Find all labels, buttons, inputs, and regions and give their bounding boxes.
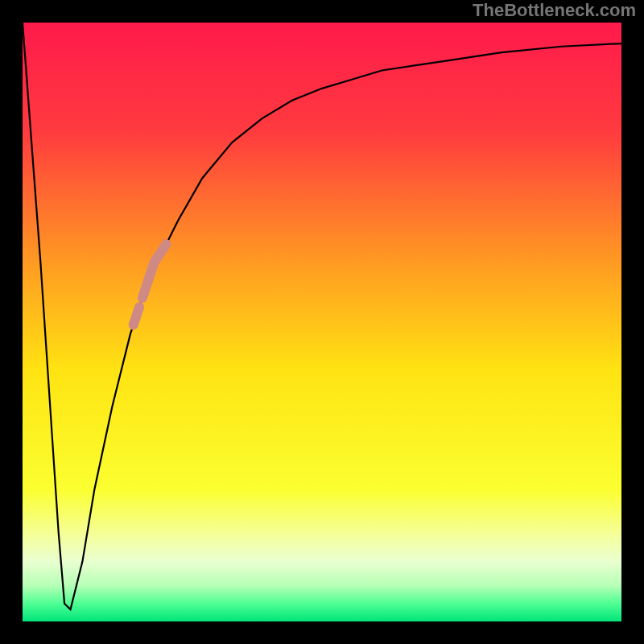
bottleneck-chart [23, 23, 621, 621]
attribution-text: TheBottleneck.com [473, 0, 636, 21]
highlight-dot [134, 307, 139, 324]
chart-frame: TheBottleneck.com [0, 0, 644, 644]
gradient-background [23, 23, 621, 621]
